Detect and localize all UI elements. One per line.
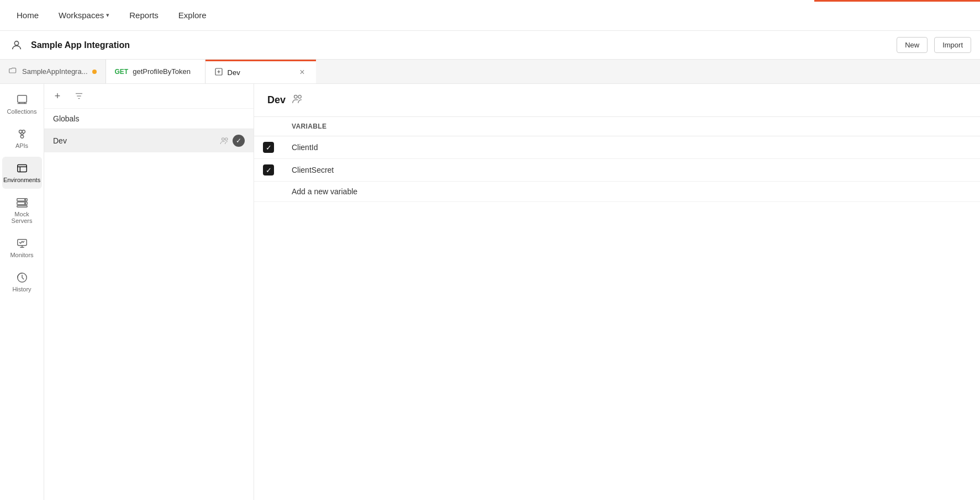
workspace-avatar-icon xyxy=(9,38,24,53)
sidebar-item-monitors-label: Monitors xyxy=(10,252,33,258)
close-icon[interactable]: × xyxy=(297,66,307,78)
sidebar-item-history[interactable]: History xyxy=(2,266,42,298)
variables-table: VARIABLE ✓ ClientId ✓ xyxy=(254,117,980,202)
tab-dev[interactable]: Dev × xyxy=(206,60,316,83)
nav-workspaces[interactable]: Workspaces ▾ xyxy=(51,6,117,24)
env-content-title: Dev xyxy=(267,94,286,106)
workspace-header: Sample App Integration New Import xyxy=(0,31,980,60)
nav-workspaces-label: Workspaces xyxy=(59,10,104,20)
var1-checkbox[interactable]: ✓ xyxy=(263,142,274,153)
env-content-header: Dev xyxy=(254,84,980,117)
sidebar-item-collections-label: Collections xyxy=(7,108,37,115)
nav-explore[interactable]: Explore xyxy=(171,6,214,24)
sidebar-item-history-label: History xyxy=(12,286,31,292)
env-item-icons: ✓ xyxy=(219,135,245,147)
tabs-row: SampleAppIntegra... GET getProfileByToke… xyxy=(0,60,980,84)
svg-point-11 xyxy=(24,203,25,204)
tab-sample-app[interactable]: SampleAppIntegra... xyxy=(0,60,106,83)
env-globals-label: Globals xyxy=(53,114,245,123)
tab-get-profile[interactable]: GET getProfileByToken xyxy=(106,60,206,83)
sidebar-item-collections[interactable]: Collections xyxy=(2,88,42,120)
env-dev-label: Dev xyxy=(53,136,219,145)
new-button[interactable]: New xyxy=(897,37,928,53)
team-header-icon xyxy=(291,93,303,108)
svg-point-0 xyxy=(14,41,18,45)
sidebar-item-monitors[interactable]: Monitors xyxy=(2,232,42,264)
sidebar-item-apis[interactable]: APIs xyxy=(2,123,42,155)
svg-point-10 xyxy=(24,199,25,200)
svg-rect-6 xyxy=(17,165,27,172)
svg-rect-9 xyxy=(17,206,27,208)
svg-point-19 xyxy=(294,95,298,99)
team-icon xyxy=(219,136,229,146)
import-button[interactable]: Import xyxy=(934,37,971,53)
dev-tab-label: Dev xyxy=(228,68,240,77)
var2-checkbox[interactable]: ✓ xyxy=(263,164,274,175)
add-var-placeholder[interactable]: Add a new variable xyxy=(283,182,980,202)
dev-tab-icon xyxy=(214,67,223,78)
svg-point-17 xyxy=(222,138,225,141)
variables-table-container: VARIABLE ✓ ClientId ✓ xyxy=(254,117,980,500)
table-row: ✓ ClientSecret xyxy=(254,159,980,182)
var2-name: ClientSecret xyxy=(283,159,980,182)
svg-rect-12 xyxy=(17,240,27,246)
tab-get-profile-label: getProfileByToken xyxy=(133,67,191,76)
table-row-add[interactable]: Add a new variable xyxy=(254,182,980,202)
sidebar-item-environments[interactable]: Environments xyxy=(2,157,42,189)
nav-home[interactable]: Home xyxy=(9,6,46,24)
svg-point-4 xyxy=(22,130,25,134)
environments-icon xyxy=(16,162,28,174)
col-header-variable: VARIABLE xyxy=(283,117,980,136)
var2-checkbox-cell: ✓ xyxy=(254,159,283,182)
sidebar-icons: Collections APIs Environments xyxy=(0,84,44,500)
env-panel: + Globals Dev xyxy=(44,84,254,500)
monitors-icon xyxy=(16,237,28,249)
env-item-globals[interactable]: Globals xyxy=(44,109,254,129)
mock-servers-icon xyxy=(16,196,28,209)
var1-checkbox-cell: ✓ xyxy=(254,136,283,159)
content-area: Dev VARIABLE xyxy=(254,84,980,500)
env-panel-header: + xyxy=(44,84,254,109)
sidebar-item-environments-label: Environments xyxy=(3,177,40,183)
tab-dot xyxy=(92,70,97,74)
tab-sample-app-label: SampleAppIntegra... xyxy=(22,67,88,76)
get-method-badge: GET xyxy=(115,68,129,76)
svg-point-18 xyxy=(225,138,228,141)
folder-icon xyxy=(9,66,18,77)
sidebar-item-mock-servers[interactable]: Mock Servers xyxy=(2,191,42,230)
var1-name: ClientId xyxy=(283,136,980,159)
collections-icon xyxy=(16,94,28,106)
history-icon xyxy=(16,272,28,284)
chevron-down-icon: ▾ xyxy=(106,12,109,19)
svg-point-3 xyxy=(19,130,22,134)
top-nav: Home Workspaces ▾ Reports Explore xyxy=(0,0,980,31)
workspace-title: Sample App Integration xyxy=(31,40,890,50)
table-row: ✓ ClientId xyxy=(254,136,980,159)
apis-icon xyxy=(16,128,28,140)
nav-reports[interactable]: Reports xyxy=(122,6,166,24)
sidebar-item-mock-servers-label: Mock Servers xyxy=(7,211,38,224)
env-item-dev[interactable]: Dev ✓ xyxy=(44,129,254,152)
sidebar-item-apis-label: APIs xyxy=(15,142,28,149)
env-filter-button[interactable] xyxy=(70,89,88,103)
add-var-checkbox-cell xyxy=(254,182,283,202)
col-header-checkbox xyxy=(254,117,283,136)
main-layout: Collections APIs Environments xyxy=(0,84,980,500)
env-add-button[interactable]: + xyxy=(50,88,65,104)
svg-point-20 xyxy=(298,95,302,99)
active-env-checkmark: ✓ xyxy=(233,135,245,147)
svg-rect-2 xyxy=(17,95,27,103)
